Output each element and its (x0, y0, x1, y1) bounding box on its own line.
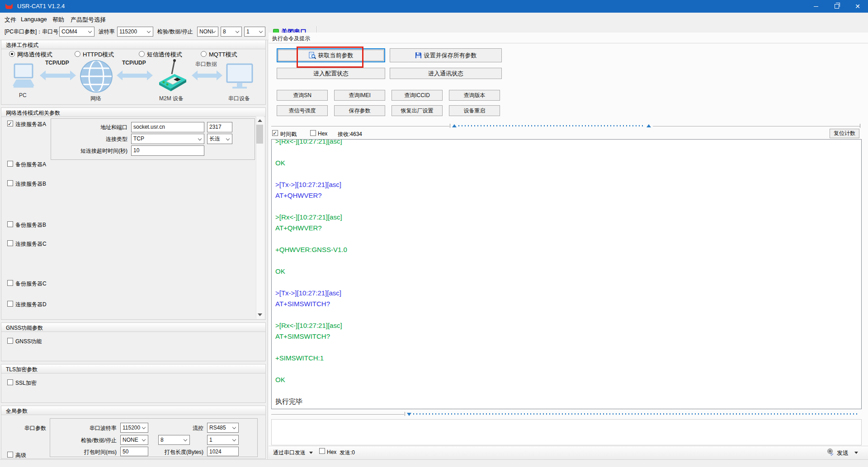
query-sn-button[interactable]: 查询SN (277, 90, 328, 101)
send-trackbar-thumb[interactable] (407, 413, 411, 416)
log-line: OK (275, 374, 861, 385)
set-save-params-button[interactable]: 设置并保存所有参数 (390, 48, 502, 62)
g-flow-select[interactable]: RS485 (207, 423, 239, 433)
app-window: USR-CAT1 V1.2.4 ✕ 文件 Language 帮助 产品型号选择 … (0, 0, 868, 467)
window-title: USR-CAT1 V1.2.4 (17, 3, 65, 9)
query-imei-button[interactable]: 查询IMEI (334, 90, 385, 101)
query-iccid-button[interactable]: 查询ICCID (392, 90, 443, 101)
pack-len-input[interactable]: 1024 (207, 447, 239, 456)
parity-select[interactable]: NONI (197, 27, 218, 37)
menu-language[interactable]: Language (18, 15, 50, 23)
checkbox-gnss-label: GNSS功能 (15, 338, 42, 346)
send-trackbar-ticks (413, 413, 859, 415)
save-floppy-icon (415, 52, 422, 59)
checkbox-backup-server-c[interactable] (7, 280, 13, 286)
send-hex-label: Hex (327, 449, 336, 455)
log-line (275, 234, 861, 244)
send-trackbar-cap (405, 412, 405, 416)
send-via-caret-icon (309, 452, 313, 454)
g-baud-select[interactable]: 115200 (120, 423, 148, 433)
node-label-serial-device: 串口设备 (228, 95, 250, 103)
status-bar (0, 459, 868, 467)
checkbox-ssl[interactable] (7, 379, 13, 385)
checkbox-server-d[interactable] (7, 301, 13, 307)
menu-file[interactable]: 文件 (2, 15, 19, 25)
scrollbar-thumb[interactable] (256, 125, 263, 144)
log-trackbar-thumb-2[interactable] (646, 124, 651, 127)
checkbox-server-a-label: 连接服务器A (15, 121, 46, 128)
pack-len-label: 打包长度(Bytes) (154, 448, 203, 456)
work-mode-header: 选择工作模式 (1, 40, 265, 49)
sent-count: 发送:0 (340, 449, 355, 457)
checkbox-gnss[interactable] (7, 338, 13, 344)
send-input-area[interactable] (271, 419, 862, 445)
server-a-port-input[interactable]: 2317 (207, 122, 232, 132)
radio-mqtt[interactable] (201, 51, 207, 57)
log-line (275, 385, 861, 396)
menu-product-model[interactable]: 产品型号选择 (68, 15, 108, 25)
log-line: OK (275, 158, 861, 168)
checkbox-server-b[interactable] (7, 180, 13, 186)
scrollbar-up-icon[interactable] (258, 119, 262, 122)
m2m-device-icon (156, 59, 188, 95)
pc-serial-label: [PC串口参数]：串口号 (5, 28, 58, 36)
send-button[interactable]: 发送 (837, 449, 849, 457)
g-databits-select[interactable]: 8 (158, 435, 190, 445)
checkbox-recv-hex[interactable] (310, 130, 316, 136)
server-a-address-input[interactable]: socket.usr.cn (131, 122, 204, 132)
checkbox-send-hex[interactable] (319, 448, 325, 454)
log-line: >[Tx->][10:27:21][asc] (275, 288, 861, 299)
pack-time-input[interactable]: 50 (120, 447, 148, 456)
network-globe-icon (80, 60, 113, 95)
log-line: OK (275, 266, 861, 277)
conn-mode-select[interactable]: 长连 (207, 134, 232, 144)
menu-help[interactable]: 帮助 (50, 15, 67, 25)
checkbox-advanced[interactable] (7, 452, 13, 458)
checkbox-server-a[interactable] (7, 121, 13, 126)
minimize-button[interactable] (806, 0, 826, 13)
net-params-scrollbar[interactable] (256, 117, 264, 319)
device-restart-button[interactable]: 设备重启 (449, 105, 500, 116)
checkbox-server-c[interactable] (7, 240, 13, 246)
databits-select[interactable]: 8 (221, 27, 242, 37)
save-params-button[interactable]: 保存参数 (334, 105, 385, 116)
get-params-button[interactable]: 获取当前参数 (277, 48, 385, 62)
maximize-button[interactable] (826, 0, 847, 13)
log-line: AT+QHWVER? (275, 223, 861, 234)
com-port-select[interactable]: COM4 (59, 27, 94, 37)
reset-count-button[interactable]: 复位计数 (830, 129, 859, 138)
link-label-tcpudp-2: TCP/UDP (122, 60, 146, 66)
log-line: >[Rx<-][10:27:21][asc] (275, 320, 861, 331)
enter-comm-button[interactable]: 进入通讯状态 (390, 68, 502, 79)
log-line (275, 168, 861, 179)
app-logo-icon (5, 3, 13, 11)
log-line: 执行完毕 (275, 396, 861, 407)
log-line: >[Rx<-][10:27:21][asc] (275, 139, 861, 147)
checkbox-timestamp[interactable] (272, 130, 278, 136)
query-version-button[interactable]: 查询版本 (449, 90, 500, 101)
scrollbar-down-icon[interactable] (258, 313, 262, 316)
enter-config-button[interactable]: 进入配置状态 (277, 68, 385, 79)
g-parity-select[interactable]: NONE (120, 435, 148, 445)
stopbits-select[interactable]: 1 (244, 27, 265, 37)
radio-net-transparent-label: 网络透传模式 (17, 51, 52, 59)
factory-reset-button[interactable]: 恢复出厂设置 (392, 105, 443, 116)
radio-httpd[interactable] (75, 51, 80, 57)
baud-select[interactable]: 115200 (117, 27, 153, 37)
short-conn-timeout-input[interactable]: 10 (131, 145, 204, 156)
checkbox-backup-server-a[interactable] (7, 161, 13, 167)
checkbox-backup-server-b[interactable] (7, 221, 13, 227)
recv-count: 接收:4634 (338, 131, 362, 138)
addr-port-label: 地址和端口 (68, 124, 127, 131)
log-output-area[interactable]: >[Rx<-][10:27:21][asc] OK >[Tx->][10:27:… (271, 139, 862, 409)
log-trackbar-thumb[interactable] (452, 124, 457, 127)
conn-type-select[interactable]: TCP (131, 134, 204, 144)
radio-net-transparent[interactable] (9, 51, 15, 57)
close-button[interactable]: ✕ (847, 0, 868, 13)
g-stopbits-select[interactable]: 1 (207, 435, 239, 445)
query-signal-button[interactable]: 查信号强度 (277, 105, 328, 116)
log-trackbar-cap-left (450, 124, 450, 128)
radio-sms-transparent[interactable] (139, 51, 145, 57)
send-via-serial-dropdown[interactable]: 通过串口发送 (273, 449, 306, 457)
log-line (275, 309, 861, 320)
